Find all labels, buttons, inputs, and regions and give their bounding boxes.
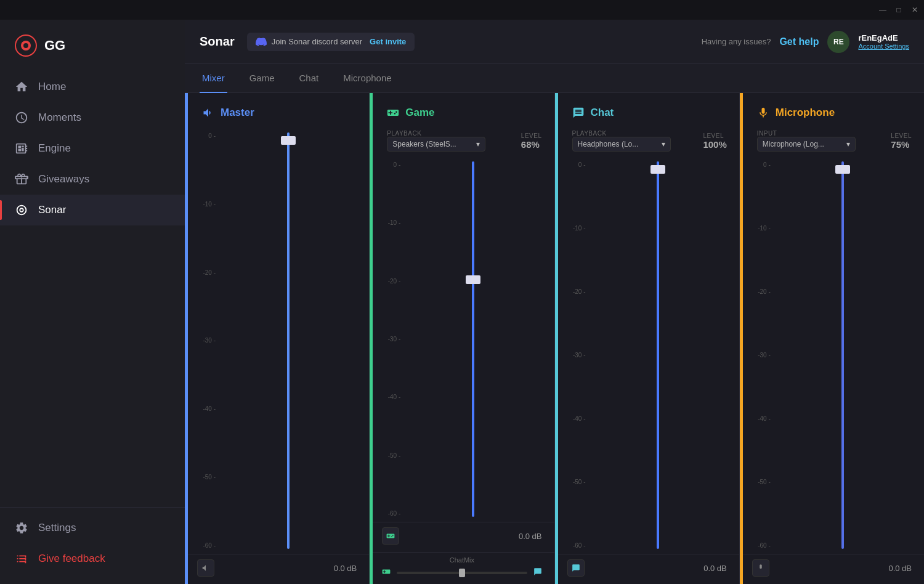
chat-channel-bottom: 0.0 dB	[555, 554, 739, 584]
chatmix-label: ChatMix	[450, 556, 474, 564]
game-device-select[interactable]: Speakers (SteelS... ▾	[387, 137, 485, 152]
mic-level-pct: 75%	[891, 139, 912, 150]
mic-device-select[interactable]: Microphone (Log... ▾	[757, 137, 856, 152]
chat-fader-area: 0 - - -10 - - -20 - - -30 - - -40 - - -5…	[555, 156, 739, 554]
game-device-row: PLAYBACK Speakers (SteelS... ▾ Level 68%	[370, 128, 554, 156]
microphone-icon	[757, 107, 769, 119]
sonar-icon	[15, 203, 28, 217]
mic-device-row: INPUT Microphone (Log... ▾ Level 75%	[740, 128, 924, 156]
master-db-scale: 0 - - -10 - - -20 - - -30 - - -40 - - -5…	[197, 132, 219, 549]
sidebar-item-sonar[interactable]: Sonar	[0, 195, 185, 225]
tab-chat[interactable]: Chat	[297, 64, 322, 93]
sidebar-item-moments[interactable]: Moments	[0, 102, 185, 133]
main-header: Sonar Join Sonar discord server Get invi…	[185, 20, 924, 64]
game-level-pct: 68%	[521, 139, 542, 150]
channel-master: Master 0 - - -10 - - -20 - - -30 - - -40…	[185, 93, 370, 584]
game-channel-bottom: 0.0 dB	[370, 522, 554, 552]
game-mute-button[interactable]	[382, 527, 399, 545]
mic-mute-button[interactable]	[752, 559, 769, 577]
chat-fader-track[interactable]	[590, 161, 727, 549]
sidebar-item-feedback[interactable]: Give feedback	[0, 543, 185, 574]
master-mute-button[interactable]	[197, 559, 214, 577]
sidebar-bottom: Settings Give feedback	[0, 507, 185, 574]
mixer-area: Master 0 - - -10 - - -20 - - -30 - - -40…	[185, 93, 924, 584]
game-device-label: PLAYBACK	[387, 130, 485, 137]
master-fader-thumb[interactable]	[281, 136, 296, 145]
sidebar-item-giveaways-label: Giveaways	[38, 173, 89, 185]
sidebar-item-engine[interactable]: Engine	[0, 133, 185, 164]
chat-fader-line	[657, 161, 659, 549]
maximize-button[interactable]: □	[894, 6, 903, 14]
mic-fader-line	[841, 161, 844, 549]
sidebar-item-giveaways[interactable]: Giveaways	[0, 164, 185, 195]
minimize-button[interactable]: —	[878, 6, 887, 14]
channel-microphone: Microphone INPUT Microphone (Log... ▾ Le…	[740, 93, 924, 584]
account-settings-link[interactable]: Account Settings	[858, 43, 909, 50]
close-button[interactable]: ✕	[910, 6, 919, 14]
master-db-readout: 0.0 dB	[334, 564, 357, 573]
engine-icon	[15, 142, 28, 155]
discord-banner[interactable]: Join Sonar discord server Get invite	[247, 33, 415, 51]
header-right: Having any issues? Get help RE rEnEgAdE …	[702, 31, 909, 53]
feedback-icon	[15, 552, 28, 566]
mic-fader-thumb[interactable]	[835, 165, 850, 174]
sidebar-item-settings[interactable]: Settings	[0, 513, 185, 543]
master-header: Master	[185, 93, 369, 128]
logo-text: GG	[44, 38, 65, 54]
chatmix-row: ChatMix	[370, 552, 554, 584]
tab-mixer[interactable]: Mixer	[200, 64, 227, 93]
sidebar-item-settings-label: Settings	[38, 522, 76, 534]
chatmix-chat-icon	[533, 567, 542, 578]
chat-icon	[572, 107, 585, 119]
chatmix-thumb[interactable]	[459, 569, 465, 577]
mic-level-label: Level	[891, 132, 912, 139]
chatmix-slider[interactable]	[397, 572, 527, 574]
get-help-link[interactable]: Get help	[779, 36, 819, 47]
user-name: rEnEgAdE	[858, 33, 909, 43]
master-fader-area: 0 - - -10 - - -20 - - -30 - - -40 - - -5…	[185, 128, 369, 554]
mic-header: Microphone	[740, 93, 924, 128]
mic-bottom-icon	[756, 564, 765, 572]
master-fader-track[interactable]	[219, 132, 357, 549]
steelseries-logo-icon	[15, 34, 37, 57]
sidebar-item-sonar-label: Sonar	[38, 204, 66, 216]
sidebar-item-home[interactable]: Home	[0, 71, 185, 102]
chat-device-select[interactable]: Headphones (Lo... ▾	[572, 137, 671, 152]
sidebar-item-engine-label: Engine	[38, 142, 71, 155]
mic-device-label: INPUT	[757, 130, 856, 137]
game-fader-line	[472, 161, 474, 517]
game-db-scale: 0 - - -10 - - -20 - - -30 - - -40 - - -5…	[382, 161, 404, 517]
get-invite-link[interactable]: Get invite	[370, 37, 406, 46]
discord-icon	[256, 36, 267, 47]
chat-fader-thumb[interactable]	[650, 165, 665, 174]
titlebar: — □ ✕	[0, 0, 924, 20]
home-icon	[15, 80, 28, 94]
mic-db-scale: 0 - - -10 - - -20 - - -30 - - -40 - - -5…	[752, 161, 774, 549]
tab-game[interactable]: Game	[247, 64, 277, 93]
header-left: Sonar Join Sonar discord server Get invi…	[200, 33, 415, 51]
channel-game: Game PLAYBACK Speakers (SteelS... ▾ Leve…	[370, 93, 554, 584]
settings-icon	[15, 521, 28, 535]
discord-text: Join Sonar discord server	[272, 37, 362, 46]
user-avatar: RE	[827, 31, 849, 53]
svg-point-2	[23, 43, 28, 48]
sidebar-item-moments-label: Moments	[38, 112, 81, 124]
chat-mute-button[interactable]	[567, 559, 585, 577]
game-level-label: Level	[521, 132, 542, 139]
mute-icon	[201, 564, 210, 572]
giveaways-icon	[15, 172, 28, 186]
chat-db-scale: 0 - - -10 - - -20 - - -30 - - -40 - - -5…	[567, 161, 590, 549]
master-channel-bottom: 0.0 dB	[185, 554, 369, 584]
game-channel-name: Game	[405, 107, 434, 119]
page-title: Sonar	[200, 34, 235, 49]
chatmix-slider-wrap	[382, 567, 541, 578]
moments-icon	[15, 111, 28, 124]
game-fader-track[interactable]	[404, 161, 541, 517]
game-header: Game	[370, 93, 554, 128]
game-fader-thumb[interactable]	[466, 275, 480, 284]
mic-fader-track[interactable]	[774, 161, 912, 549]
game-bottom-icon	[386, 532, 395, 540]
tab-microphone[interactable]: Microphone	[341, 64, 394, 93]
chat-bottom-icon	[572, 564, 580, 572]
user-info: rEnEgAdE Account Settings	[858, 33, 909, 50]
